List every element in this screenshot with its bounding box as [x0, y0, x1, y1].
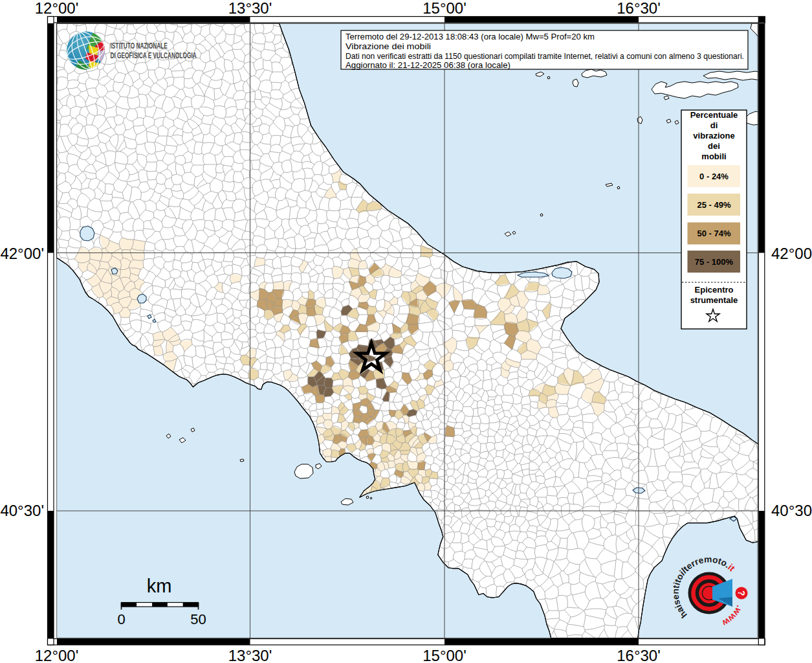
svg-text:13°30': 13°30' [228, 0, 272, 17]
svg-text:km: km [147, 576, 172, 596]
svg-text:Dati non verificati estratti d: Dati non verificati estratti da 1150 que… [346, 52, 744, 61]
svg-text:vibrazione: vibrazione [693, 131, 734, 140]
svg-text:16°30': 16°30' [617, 0, 661, 17]
svg-text:0: 0 [117, 611, 125, 627]
svg-text:0 - 24%: 0 - 24% [699, 172, 729, 181]
svg-text:12°00': 12°00' [35, 0, 79, 17]
svg-text:ISTITUTO NAZIONALE: ISTITUTO NAZIONALE [111, 42, 168, 51]
svg-text:50: 50 [190, 611, 206, 627]
svg-text:13°30': 13°30' [228, 647, 272, 663]
svg-text:15°00': 15°00' [422, 0, 466, 17]
svg-text:15°00': 15°00' [422, 647, 466, 663]
svg-text:Percentuale: Percentuale [690, 110, 738, 120]
svg-text:?: ? [736, 590, 747, 596]
svg-text:Epicentro: Epicentro [695, 285, 734, 295]
svg-text:50 - 74%: 50 - 74% [697, 229, 730, 238]
svg-text:42°00': 42°00' [771, 245, 812, 262]
svg-text:40°30': 40°30' [771, 502, 812, 519]
svg-text:25 - 49%: 25 - 49% [697, 200, 730, 210]
svg-text:DI GEOFISICA E VULCANOLOGIA: DI GEOFISICA E VULCANOLOGIA [111, 51, 197, 60]
svg-text:40°30': 40°30' [0, 502, 44, 519]
svg-text:dei: dei [708, 141, 720, 151]
svg-text:strumentale: strumentale [690, 295, 738, 305]
svg-text:Vibrazione dei mobili: Vibrazione dei mobili [346, 42, 431, 51]
svg-text:12°00': 12°00' [35, 647, 79, 663]
svg-text:di: di [710, 120, 718, 130]
svg-text:mobili: mobili [701, 152, 726, 161]
svg-text:Terremoto del 29-12-2013 18:08: Terremoto del 29-12-2013 18:08:43 (ora l… [346, 32, 595, 41]
svg-text:75 - 100%: 75 - 100% [695, 257, 734, 267]
svg-text:Aggiornato il: 21-12-2025 06:3: Aggiornato il: 21-12-2025 06:38 (ora loc… [346, 61, 510, 70]
svg-text:16°30': 16°30' [617, 647, 661, 663]
svg-text:42°00': 42°00' [0, 245, 44, 262]
